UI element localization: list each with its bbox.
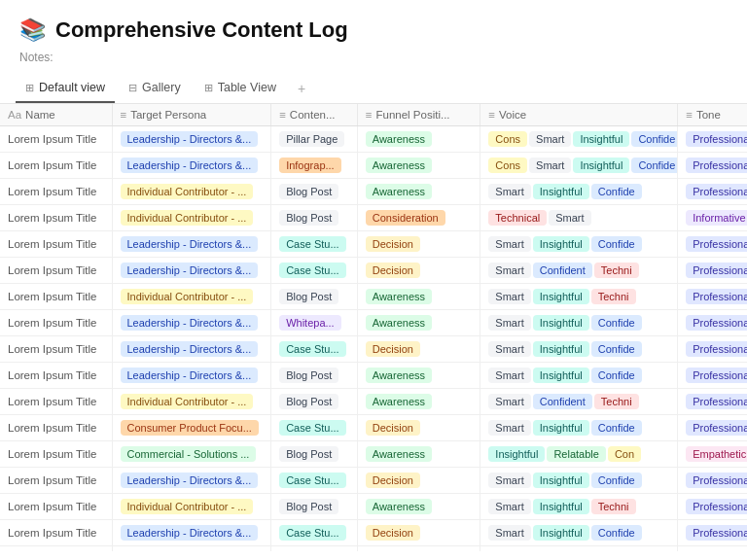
tag: Insightful bbox=[533, 289, 589, 304]
tag: Professional bbox=[686, 315, 747, 331]
cell-persona: Leadership - Directors &... bbox=[112, 258, 271, 284]
table-row: Lorem Ipsum TitleCommercial - Solutions … bbox=[0, 441, 747, 468]
cell-content: Case Stu... bbox=[271, 231, 358, 258]
cell-name: Lorem Ipsum Title bbox=[0, 363, 112, 389]
cell-voice: SmartInsightfulConfide bbox=[480, 415, 678, 441]
tag: Smart bbox=[488, 289, 530, 304]
cell-content: Blog Post bbox=[271, 284, 358, 310]
tab-table-view[interactable]: ⊞ Table View bbox=[195, 74, 286, 103]
tag: Smart bbox=[488, 420, 530, 436]
tab-default-view[interactable]: ⊞ Default view bbox=[16, 74, 115, 103]
col-header-voice[interactable]: ≡Voice bbox=[480, 104, 678, 126]
table-row: Lorem Ipsum TitleLeadership - Directors … bbox=[0, 363, 747, 389]
tab-bar: ⊞ Default view ⊟ Gallery ⊞ Table View + bbox=[0, 74, 747, 104]
tag: Consideration bbox=[366, 210, 445, 226]
tag: Professional bbox=[686, 289, 747, 304]
cell-name: Lorem Ipsum Title bbox=[0, 468, 112, 494]
tag: Smart bbox=[549, 210, 590, 226]
col-header-funnel[interactable]: ≡Funnel Positi... bbox=[357, 104, 480, 126]
tag: Smart bbox=[488, 236, 530, 252]
cell-content: Case Stu... bbox=[271, 468, 358, 494]
col-header-persona[interactable]: ≡Target Persona bbox=[112, 104, 271, 126]
table-row: Lorem Ipsum TitleLeadership - Directors … bbox=[0, 310, 747, 336]
cell-name: Lorem Ipsum Title bbox=[0, 310, 112, 336]
tag: Professional bbox=[686, 236, 747, 252]
tag: Leadership - Directors &... bbox=[121, 368, 259, 383]
cell-name: Lorem Ipsum Title bbox=[0, 336, 112, 363]
table-row: Lorem Ipsum TitleIndividual Contributor … bbox=[0, 205, 747, 231]
cell-name: Lorem Ipsum Title bbox=[0, 441, 112, 468]
tag: Leadership - Directors &... bbox=[121, 236, 259, 252]
tag: Professional bbox=[686, 184, 747, 199]
tab-default-label: Default view bbox=[39, 81, 105, 94]
content-table: AaName ≡Target Persona ≡Conten... ≡Funne… bbox=[0, 104, 747, 551]
tag: Con bbox=[608, 446, 641, 462]
tag: Confident bbox=[533, 262, 592, 278]
tag: Smart bbox=[488, 184, 530, 199]
cell-persona: Leadership - Directors &... bbox=[112, 520, 271, 546]
cell-name: Lorem Ipsum Title bbox=[0, 284, 112, 310]
cell-tone: ProfessionalInformativeConver bbox=[678, 494, 747, 520]
tag: Blog Post bbox=[279, 394, 338, 409]
cell-tone: ProfessionalInformative bbox=[678, 336, 747, 363]
cell-funnel: Awareness bbox=[357, 284, 480, 310]
tag: Insightful bbox=[533, 472, 589, 488]
tag: Awareness bbox=[366, 394, 432, 409]
col-header-tone[interactable]: ≡Tone bbox=[678, 104, 747, 126]
tag: Commercial - Solutions ... bbox=[121, 446, 257, 462]
tag: Insightful bbox=[533, 525, 589, 541]
cell-funnel: Awareness bbox=[357, 153, 480, 179]
table-row: Lorem Ipsum TitleIndividual Contributor … bbox=[0, 179, 747, 205]
tag: Confide bbox=[631, 131, 677, 147]
cell-tone: ProfessionalInformativePersua bbox=[678, 126, 747, 153]
tag: Whitepa... bbox=[279, 315, 341, 331]
tag: Insightful bbox=[533, 315, 589, 331]
cell-name: Lorem Ipsum Title bbox=[0, 546, 112, 552]
cell-name: Lorem Ipsum Title bbox=[0, 126, 112, 153]
cell-persona: Leadership - Directors &... bbox=[112, 363, 271, 389]
tag: Smart bbox=[529, 158, 571, 173]
cell-persona: Leadership - Directors &... bbox=[112, 153, 271, 179]
cell-persona: Leadership - Directors &... bbox=[112, 126, 271, 153]
cell-persona: Individual Contributor - ... bbox=[112, 205, 271, 231]
tab-gallery[interactable]: ⊟ Gallery bbox=[119, 74, 191, 103]
tag: Professional bbox=[686, 525, 747, 541]
tag: Insightful bbox=[533, 236, 589, 252]
tag: Case Stu... bbox=[279, 525, 345, 541]
table-row: Lorem Ipsum TitleLeadership - Directors … bbox=[0, 153, 747, 179]
cell-funnel: Decision bbox=[357, 520, 480, 546]
table-row: Lorem Ipsum TitleIndividual Contributor … bbox=[0, 494, 747, 520]
tag: Decision bbox=[366, 262, 420, 278]
tag: Smart bbox=[488, 525, 530, 541]
tag: Insightful bbox=[533, 184, 589, 199]
col-header-content[interactable]: ≡Conten... bbox=[271, 104, 358, 126]
tag: Professional bbox=[686, 158, 747, 173]
tag: Insightful bbox=[488, 446, 545, 462]
cell-voice: ConsSmartInsightfulConfide bbox=[480, 153, 678, 179]
tag: Leadership - Directors &... bbox=[121, 525, 259, 541]
tag: Decision bbox=[366, 472, 420, 488]
tag: Decision bbox=[366, 420, 420, 436]
text-icon: Aa bbox=[8, 109, 21, 121]
cell-name: Lorem Ipsum Title bbox=[0, 179, 112, 205]
tag: Leadership - Directors &... bbox=[121, 315, 259, 331]
add-view-button[interactable]: + bbox=[290, 74, 313, 103]
cell-persona: Consumer Product Focu... bbox=[112, 415, 271, 441]
cell-content: Case Stu... bbox=[271, 520, 358, 546]
grid-icon: ⊞ bbox=[25, 82, 34, 94]
tag: Insightful bbox=[573, 131, 629, 147]
cell-content: Case Stu... bbox=[271, 258, 358, 284]
cell-persona: Leadership - Directors &... bbox=[112, 468, 271, 494]
cell-content: Blog Post bbox=[271, 546, 358, 552]
cell-voice: SmartInsightfulConfide bbox=[480, 363, 678, 389]
tag: Leadership - Directors &... bbox=[121, 131, 259, 147]
tag: Blog Post bbox=[279, 368, 338, 383]
cell-persona: Leadership - Directors &... bbox=[112, 231, 271, 258]
tag: Leadership - Directors &... bbox=[121, 262, 259, 278]
tag: Smart bbox=[488, 472, 530, 488]
tag: Blog Post bbox=[279, 184, 338, 199]
col-header-name[interactable]: AaName bbox=[0, 104, 112, 126]
cell-voice: SmartInsightfulConfide bbox=[480, 231, 678, 258]
tag: Awareness bbox=[366, 289, 432, 304]
tag: Infograp... bbox=[279, 158, 341, 173]
